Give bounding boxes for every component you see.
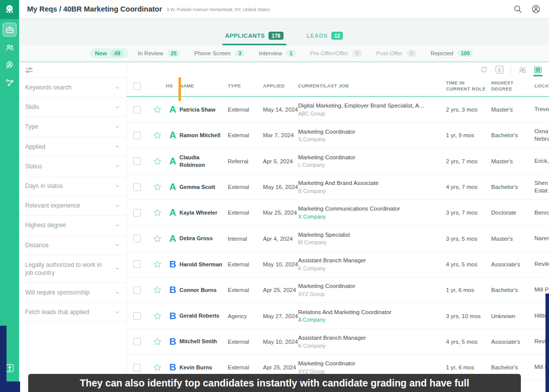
tab-leads[interactable]: LEADS 12 (307, 32, 343, 45)
highest-degree: Unknown (491, 313, 534, 319)
col-location[interactable]: LOCATION (534, 83, 549, 89)
list-view-icon[interactable] (533, 65, 542, 74)
candidate-name[interactable]: Mitchell Smith (179, 338, 228, 345)
row-checkbox[interactable] (133, 157, 141, 165)
col-hs[interactable]: HS (166, 83, 179, 89)
filter-item[interactable]: Type (19, 117, 126, 137)
favorite-star-icon[interactable] (149, 182, 166, 191)
favorite-star-icon[interactable] (149, 234, 166, 243)
row-checkbox[interactable] (133, 260, 141, 268)
row-checkbox[interactable] (133, 338, 141, 345)
grade-letter: A (169, 207, 176, 218)
filter-item[interactable]: Applied (19, 137, 126, 157)
pipeline-stage[interactable]: Post-Offer 0 (371, 48, 421, 58)
candidate-name[interactable]: Ramon Mitchell (179, 132, 228, 139)
breadcrumb[interactable]: My Reqs / 40BR Marketing Coordinator (27, 5, 162, 13)
favorite-star-icon[interactable] (149, 337, 166, 346)
candidate-type: External (228, 261, 263, 267)
refresh-icon[interactable] (480, 65, 488, 74)
time-in-role: 4 yrs, 5 mos (446, 339, 491, 345)
pipeline-stage[interactable]: Pre-Offer/Offer 0 (305, 48, 367, 58)
table-row[interactable]: A Kayla Wheeler External Mar 25, 2024 Ma… (127, 200, 549, 226)
col-time-in-role[interactable]: TIME IN CURRENT ROLE (446, 80, 491, 92)
table-row[interactable]: A Debra Gross Internal Apr 4, 2024 Marke… (127, 226, 549, 251)
table-row[interactable]: A Ramon Mitchell External Mar 7, 2024 Ma… (127, 123, 549, 148)
table-row[interactable]: B Gerald Roberts Agency May 27, 2024 Rel… (127, 303, 549, 329)
filter-item[interactable]: Days in status (19, 176, 126, 196)
row-checkbox[interactable] (133, 286, 141, 294)
row-checkbox[interactable] (133, 312, 141, 320)
filter-item[interactable]: Distance (19, 236, 126, 255)
row-checkbox[interactable] (133, 209, 141, 217)
row-checkbox[interactable] (133, 235, 141, 242)
candidate-name[interactable]: Connor Burns (179, 286, 228, 294)
row-checkbox[interactable] (133, 364, 141, 371)
favorite-star-icon[interactable] (149, 157, 166, 166)
filter-item[interactable]: Skills (19, 97, 126, 117)
sidebar-item-workflow[interactable] (3, 75, 17, 89)
company-name[interactable]: A Company (298, 316, 440, 324)
col-name[interactable]: NAME (179, 83, 228, 89)
octopus-logo-icon (0, 0, 19, 19)
table-row[interactable]: A Claudia Robinson Referral Apr 5, 2024 … (127, 149, 549, 174)
candidate-name[interactable]: Kayla Wheeler (179, 209, 228, 217)
table-row[interactable]: B Harold Sherman External May 10, 2024 A… (127, 252, 549, 277)
company-name[interactable]: X Company (298, 213, 440, 221)
pipeline-view-icon[interactable] (518, 65, 527, 74)
filter-item[interactable]: Relevant experience (19, 196, 126, 216)
col-applied[interactable]: APPLIED (263, 83, 298, 89)
pipeline-stage[interactable]: Rejected 100 (425, 48, 478, 58)
favorite-star-icon[interactable] (149, 260, 166, 269)
col-type[interactable]: TYPE (228, 83, 263, 89)
candidate-name[interactable]: Patricia Shaw (179, 106, 228, 114)
row-checkbox[interactable] (133, 106, 141, 114)
table-row[interactable]: A Gemma Scott External May 16, 2024 Mark… (127, 174, 549, 200)
pipeline-stage[interactable]: Interview 1 (254, 48, 301, 58)
candidate-name[interactable]: Gemma Scott (179, 183, 228, 191)
tab-applicants[interactable]: APPLICANTS 178 (225, 32, 284, 45)
table-row[interactable]: B Connor Burns External Apr 25, 2024 Mar… (127, 277, 549, 303)
stage-label: Interview (259, 50, 282, 56)
filter-item[interactable]: Legally authorized to work in job countr… (19, 255, 126, 283)
col-degree[interactable]: HIGHEST DEGREE (491, 80, 534, 92)
row-checkbox[interactable] (133, 132, 141, 139)
sidebar-item-candidates[interactable] (3, 40, 17, 54)
favorite-star-icon[interactable] (149, 105, 166, 114)
favorite-star-icon[interactable] (149, 208, 166, 217)
candidate-name[interactable]: Debra Gross (179, 235, 228, 242)
favorite-star-icon[interactable] (149, 285, 166, 295)
candidate-name[interactable]: Harold Sherman (179, 261, 228, 268)
select-all-checkbox[interactable] (133, 82, 141, 90)
favorite-star-icon[interactable] (149, 363, 166, 372)
table-row[interactable]: A Patricia Shaw External May 14, 2024 Di… (127, 97, 549, 123)
favorite-star-icon[interactable] (149, 131, 166, 140)
candidate-type: External (228, 287, 263, 293)
table-row[interactable]: B Mitchell Smith External May 10, 2024 A… (127, 329, 549, 355)
search-icon[interactable] (513, 4, 523, 14)
row-checkbox[interactable] (133, 183, 141, 191)
company-name: XYZ Group (298, 290, 440, 298)
highest-degree: Master's (491, 107, 534, 113)
filter-item[interactable]: Fetch leads that applied (19, 303, 126, 322)
pipeline-stage[interactable]: New 49 (90, 48, 129, 58)
candidate-name[interactable]: Gerald Roberts (179, 312, 228, 320)
stage-count-badge: 0 (407, 50, 417, 57)
candidate-name[interactable]: Claudia Robinson (179, 154, 228, 169)
sidebar-item-candidate-search[interactable] (3, 58, 17, 72)
filter-item[interactable]: Highest degree (19, 216, 126, 235)
filter-item[interactable]: Keywords search (19, 78, 126, 97)
filter-item[interactable]: Will require sponsorship (19, 283, 126, 303)
job-title: Digital Marketing, Employer Brand Specia… (298, 102, 440, 110)
chevron-down-icon (115, 223, 120, 228)
pipeline-stage[interactable]: In Review 25 (133, 48, 185, 58)
favorite-star-icon[interactable] (149, 312, 166, 321)
profile-icon[interactable] (531, 4, 541, 14)
pipeline-stage[interactable]: Phone Screen 3 (189, 48, 250, 58)
highest-degree: Bachelor's (491, 287, 534, 293)
filter-item[interactable]: Status (19, 157, 126, 176)
sidebar-item-jobs[interactable] (3, 23, 17, 37)
candidate-name[interactable]: Kevin Burns (179, 364, 228, 371)
filter-sliders-icon[interactable] (19, 63, 126, 78)
download-icon[interactable] (495, 65, 504, 74)
col-job[interactable]: CURRENT/LAST JOB (298, 83, 446, 89)
